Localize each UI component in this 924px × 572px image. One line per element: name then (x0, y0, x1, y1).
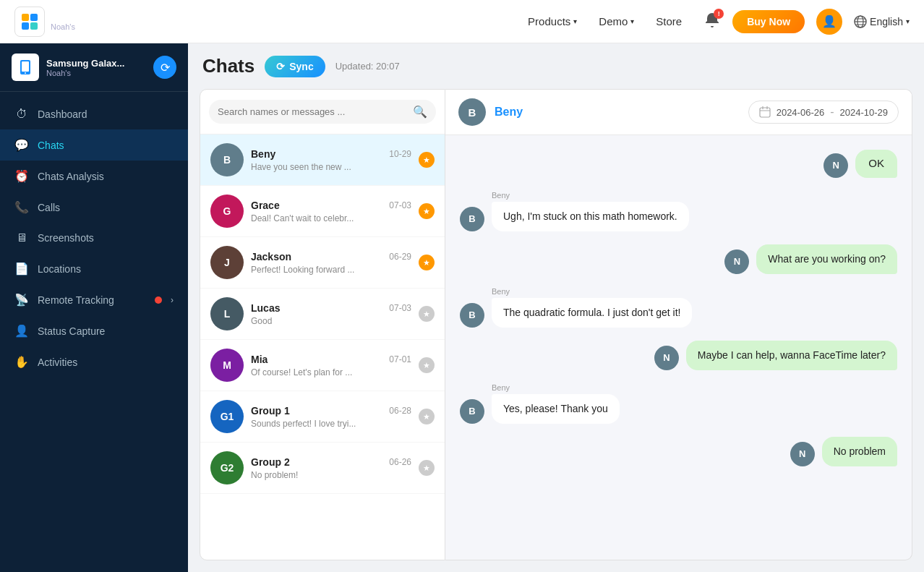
chat-item-group2[interactable]: G2 Group 2 06-26 No problem! ★ (200, 443, 445, 494)
chats-panel: 🔍 B Beny 10-29 Hav (188, 89, 924, 572)
date-separator: - (830, 106, 834, 119)
chat-date: 06-28 (389, 406, 411, 416)
remote-tracking-icon: 📡 (14, 293, 29, 307)
logo-area: Samsung Galax... Noah's (14, 7, 129, 37)
search-box: 🔍 (209, 100, 436, 124)
sidebar-label: Status Capture (38, 325, 174, 337)
chat-item-mia[interactable]: M Mia 07-01 Of course! Let's plan for ..… (200, 340, 445, 391)
nav-products[interactable]: Products ▾ (528, 15, 577, 27)
message-bubble: Yes, please! Thank you (492, 394, 620, 424)
sidebar-item-status-capture[interactable]: 👤 Status Capture (0, 315, 188, 346)
message-bubble: No problem (822, 437, 897, 466)
avatar-beny: B (210, 143, 244, 176)
buy-now-button[interactable]: Buy Now (732, 10, 805, 33)
chat-item-jackson[interactable]: J Jackson 06-29 Perfect! Looking forward… (200, 237, 445, 289)
message-avatar: N (654, 346, 679, 370)
messages-area: OK N B Beny Ugh, I'm stuck on this math … (445, 135, 912, 560)
chat-last-msg: Have you seen the new ... (251, 162, 411, 172)
chat-last-msg: No problem! (251, 470, 411, 480)
message-bubble: Maybe I can help, wanna FaceTime later? (686, 341, 897, 370)
notification-badge: ! (714, 9, 724, 19)
chat-item-group1[interactable]: G1 Group 1 06-28 Sounds perfect! I love … (200, 391, 445, 443)
device-sub: Noah's (51, 22, 129, 31)
chevron-down-icon: ▾ (573, 17, 577, 25)
svg-point-12 (25, 72, 26, 74)
avatar-grace: G (210, 195, 244, 228)
message-avatar: N (724, 249, 749, 274)
chat-list: 🔍 B Beny 10-29 Hav (200, 89, 445, 560)
message-row: B Beny Ugh, I'm stuck on this math homew… (460, 191, 897, 231)
message-bubble: The quadratic formula. I just don't get … (492, 298, 692, 328)
sidebar-sync-button[interactable]: ⟳ (153, 56, 176, 79)
nav-store[interactable]: Store (656, 15, 682, 27)
chats-icon: 💬 (14, 138, 29, 152)
svg-rect-11 (22, 61, 29, 72)
chat-info-grace: Grace 07-03 Deal! Can't wait to celebr..… (251, 200, 411, 223)
sidebar-item-activities[interactable]: ✋ Activities (0, 346, 188, 377)
screenshots-icon: 🖥 (14, 231, 29, 244)
updated-text: Updated: 20:07 (335, 61, 400, 72)
message-avatar: B (460, 303, 484, 328)
sidebar-label: Activities (38, 357, 174, 368)
message-row: B Beny Yes, please! Thank you (460, 383, 897, 424)
sidebar-item-chats-analysis[interactable]: ⏰ Chats Analysis (0, 161, 188, 192)
sidebar-device-info: Samsung Galax... Noah's (46, 58, 146, 77)
sidebar-item-remote-tracking[interactable]: 📡 Remote Tracking › (0, 284, 188, 315)
chevron-right-icon: › (171, 295, 174, 305)
message-bubble: OK (855, 150, 897, 178)
date-to: 2024-10-29 (840, 107, 889, 118)
sidebar: Samsung Galax... Noah's ⟳ ⏱ Dashboard 💬 … (0, 43, 188, 572)
notifications-bell[interactable]: ! (703, 12, 721, 32)
activities-icon: ✋ (14, 355, 29, 369)
chat-name: Mia (251, 354, 268, 365)
message-avatar: N (790, 442, 815, 466)
sidebar-label: Locations (38, 263, 174, 275)
chat-items: B Beny 10-29 Have you seen the new ... ★ (200, 135, 445, 560)
sidebar-item-dashboard[interactable]: ⏱ Dashboard (0, 99, 188, 129)
contact-avatar: B (458, 98, 486, 126)
chat-item-grace[interactable]: G Grace 07-03 Deal! Can't wait to celebr… (200, 186, 445, 237)
sidebar-item-screenshots[interactable]: 🖥 Screenshots (0, 223, 188, 253)
content-header: Chats ⟳ Sync Updated: 20:07 (188, 43, 924, 89)
svg-rect-4 (30, 22, 38, 30)
sync-button[interactable]: ⟳ Sync (265, 56, 325, 77)
pin-icon-grey: ★ (419, 460, 435, 476)
chevron-down-icon: ▾ (906, 17, 910, 25)
pin-icon: ★ (419, 255, 435, 270)
avatar-lucas: L (210, 297, 244, 330)
search-wrap: 🔍 (200, 90, 445, 135)
message-row: Maybe I can help, wanna FaceTime later? … (460, 341, 897, 370)
user-avatar-top[interactable]: 👤 (816, 9, 842, 35)
pin-icon-grey: ★ (419, 306, 435, 322)
message-avatar: N (824, 153, 848, 178)
language-selector[interactable]: English ▾ (854, 15, 910, 28)
chat-date: 10-29 (389, 149, 411, 159)
chat-info-beny: Beny 10-29 Have you seen the new ... (251, 148, 411, 172)
device-info: Samsung Galax... Noah's (51, 12, 129, 31)
chat-item-beny[interactable]: B Beny 10-29 Have you seen the new ... ★ (200, 135, 445, 186)
sidebar-item-calls[interactable]: 📞 Calls (0, 192, 188, 223)
message-row: No problem N (460, 437, 897, 466)
chat-item-lucas[interactable]: L Lucas 07-03 Good ★ (200, 289, 445, 340)
chat-date: 06-29 (389, 252, 411, 262)
locations-icon: 📄 (14, 262, 29, 276)
chat-date: 06-26 (389, 457, 411, 467)
avatar-group1: G1 (210, 400, 244, 433)
chat-last-msg: Deal! Can't wait to celebr... (251, 213, 411, 223)
sidebar-item-locations[interactable]: 📄 Locations (0, 253, 188, 284)
content-area: Chats ⟳ Sync Updated: 20:07 🔍 (188, 43, 924, 572)
sidebar-label: Remote Tracking (38, 294, 146, 306)
search-input[interactable] (218, 106, 407, 117)
remote-tracking-badge (155, 296, 162, 304)
chat-last-msg: Good (251, 316, 411, 326)
chat-info-lucas: Lucas 07-03 Good (251, 302, 411, 326)
nav-demo[interactable]: Demo ▾ (599, 15, 634, 27)
sidebar-item-chats[interactable]: 💬 Chats (0, 129, 188, 161)
chat-name: Jackson (251, 251, 291, 262)
chat-last-msg: Perfect! Looking forward ... (251, 265, 411, 275)
sync-label: Sync (289, 61, 313, 72)
date-range-picker[interactable]: 2024-06-26 - 2024-10-29 (748, 101, 899, 124)
chat-info-jackson: Jackson 06-29 Perfect! Looking forward .… (251, 251, 411, 275)
message-row: What are you working on? N (460, 244, 897, 274)
nav-center: Products ▾ Demo ▾ Store (528, 15, 682, 27)
